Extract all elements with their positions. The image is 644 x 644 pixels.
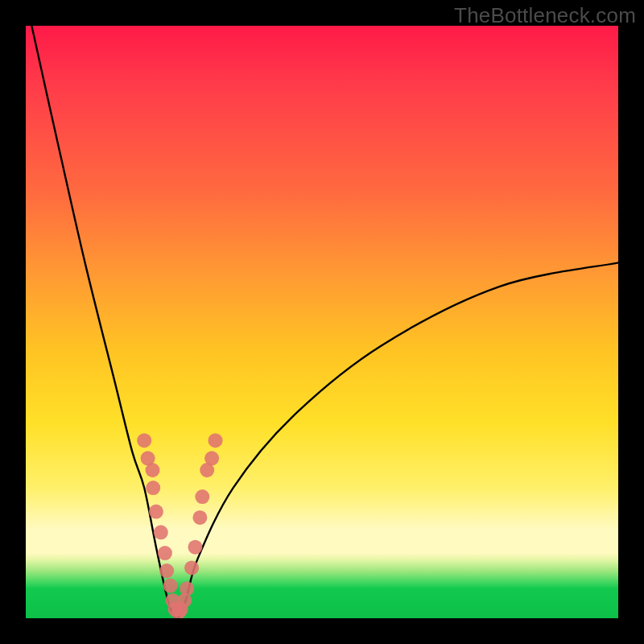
marker-cluster <box>137 433 222 618</box>
marker-dot <box>146 481 160 495</box>
marker-dot <box>159 564 174 578</box>
marker-dot <box>188 540 203 555</box>
plot-area <box>26 26 618 618</box>
v-curve <box>31 26 618 618</box>
marker-dot <box>163 579 178 593</box>
marker-dot <box>180 581 194 596</box>
v-curve-path <box>31 26 618 618</box>
marker-dot <box>208 433 223 448</box>
marker-dot <box>146 463 160 477</box>
watermark-text: TheBottleneck.com <box>454 3 636 28</box>
marker-dot <box>149 505 163 519</box>
marker-dot <box>195 489 209 504</box>
marker-dot <box>192 510 207 525</box>
marker-dot <box>204 451 219 465</box>
chart-frame: TheBottleneck.com <box>0 0 644 644</box>
marker-dot <box>184 560 199 575</box>
marker-dot <box>154 525 168 539</box>
curve-svg <box>26 26 618 618</box>
marker-dot <box>137 433 151 448</box>
marker-dot <box>158 546 172 560</box>
